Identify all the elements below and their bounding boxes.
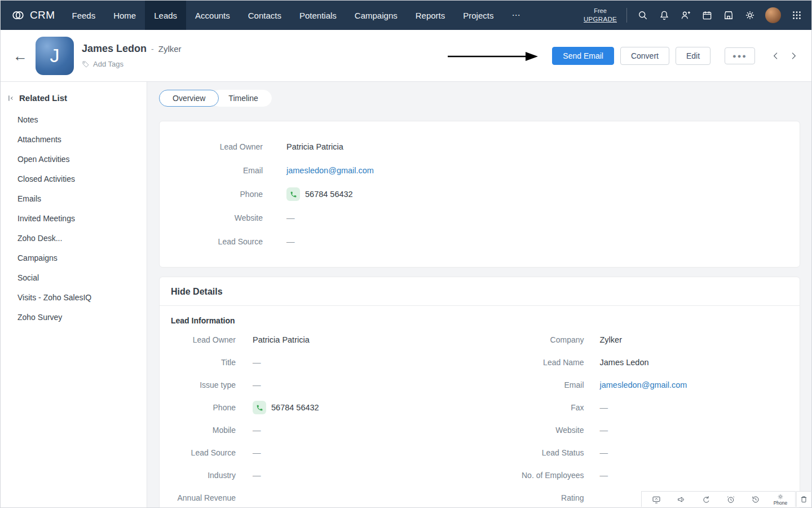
phone-number: 56784 56432 (305, 190, 353, 199)
redo-icon[interactable] (694, 492, 718, 507)
field-row-lead-source: Lead Source— (160, 230, 800, 253)
lead-information-right-column: CompanyZylkerLead NameJames LedonEmailja… (480, 329, 800, 507)
nav-item-contacts[interactable]: Contacts (239, 1, 290, 30)
nav-item-accounts[interactable]: Accounts (186, 1, 239, 30)
utility-toolbar: Phone (641, 491, 796, 507)
phone-settings-icon[interactable]: Phone (768, 492, 793, 507)
trash-icon[interactable] (796, 491, 811, 507)
alarm-reminder-icon[interactable] (718, 492, 743, 507)
previous-record-chevron[interactable] (770, 50, 782, 62)
zoho-crm-logo-icon[interactable] (11, 1, 25, 30)
send-email-button[interactable]: Send Email (552, 47, 614, 65)
nav-item-more[interactable]: ⋯ (502, 1, 529, 30)
screen-share-icon[interactable] (644, 492, 669, 507)
announcement-megaphone-icon[interactable] (669, 492, 694, 507)
field-value[interactable]: jamesledon@gmail.com (286, 166, 374, 175)
phone-icon (286, 187, 300, 201)
view-tabs: OverviewTimeline (159, 90, 800, 107)
brand-title: CRM (30, 1, 55, 30)
next-record-chevron[interactable] (788, 50, 799, 62)
related-list-header: Related List (7, 93, 141, 103)
top-navigation-bar: CRM FeedsHomeLeadsAccountsContactsPotent… (1, 1, 811, 30)
lead-information-title: Lead Information (160, 306, 800, 329)
field-label: Title (160, 358, 236, 367)
tab-timeline[interactable]: Timeline (211, 90, 271, 107)
nav-item-reports[interactable]: Reports (407, 1, 454, 30)
field-row-company: CompanyZylker (480, 329, 800, 351)
sidebar-item-invited-meetings[interactable]: Invited Meetings (17, 208, 141, 228)
field-value: — (600, 426, 608, 435)
nav-item-leads[interactable]: Leads (145, 1, 186, 30)
sidebar-item-visits-zoho-salesiq[interactable]: Visits - Zoho SalesIQ (17, 287, 141, 307)
sidebar-item-zoho-desk[interactable]: Zoho Desk... (17, 228, 141, 248)
sidebar-item-campaigns[interactable]: Campaigns (17, 248, 141, 268)
topbar-right: Free UPGRADE (584, 1, 811, 30)
field-value[interactable]: 56784 56432 (286, 187, 353, 201)
nav-item-projects[interactable]: Projects (454, 1, 502, 30)
sidebar-item-open-activities[interactable]: Open Activities (17, 149, 141, 169)
lead-name: James Ledon (82, 43, 147, 55)
lead-information-grid: Lead OwnerPatricia PatriciaTitle—Issue t… (160, 329, 800, 507)
search-icon[interactable] (637, 10, 648, 21)
field-value: — (253, 380, 261, 389)
marketplace-icon[interactable] (722, 10, 734, 21)
field-row-title: Title— (160, 351, 480, 374)
field-value: — (286, 237, 295, 246)
lead-detail-main: OverviewTimeline Lead OwnerPatricia Patr… (147, 82, 811, 507)
add-user-icon[interactable] (679, 10, 691, 21)
sidebar-item-zoho-survey[interactable]: Zoho Survey (17, 307, 141, 327)
related-list-items: NotesAttachmentsOpen ActivitiesClosed Ac… (17, 110, 141, 327)
field-value: — (286, 213, 295, 222)
settings-gear-icon[interactable] (744, 10, 756, 21)
field-value[interactable]: 56784 56432 (253, 401, 319, 414)
collapse-panel-icon[interactable] (7, 94, 15, 102)
lead-company: Zylker (158, 44, 182, 54)
add-tags-button[interactable]: Add Tags (82, 60, 182, 68)
nav-item-home[interactable]: Home (104, 1, 145, 30)
zoho-crm-window: CRM FeedsHomeLeadsAccountsContactsPotent… (0, 0, 812, 508)
nav-item-campaigns[interactable]: Campaigns (346, 1, 407, 30)
edit-button[interactable]: Edit (676, 47, 710, 65)
field-label: Lead Name (480, 358, 584, 367)
field-value: — (253, 426, 261, 435)
sidebar-item-attachments[interactable]: Attachments (17, 129, 141, 149)
sidebar-item-notes[interactable]: Notes (17, 110, 141, 129)
plan-free-label: Free (594, 7, 607, 14)
field-label: Lead Source (160, 448, 236, 457)
hide-details-toggle[interactable]: Hide Details (160, 277, 234, 305)
lead-details-card: Hide Details Lead Information Lead Owner… (159, 277, 800, 507)
apps-grid-icon[interactable] (791, 10, 802, 21)
field-value: James Ledon (600, 358, 649, 367)
field-label: Mobile (160, 426, 236, 435)
sidebar-item-closed-activities[interactable]: Closed Activities (17, 169, 141, 189)
field-label: Phone (160, 190, 263, 199)
sidebar-item-emails[interactable]: Emails (17, 189, 141, 208)
topbar-left: CRM FeedsHomeLeadsAccountsContactsPotent… (1, 1, 529, 30)
convert-button[interactable]: Convert (620, 47, 669, 65)
annotation-arrow (448, 51, 539, 62)
nav-item-feeds[interactable]: Feeds (63, 1, 104, 30)
phone-icon (253, 401, 266, 414)
tab-overview[interactable]: Overview (159, 90, 219, 107)
related-list-title: Related List (19, 93, 67, 103)
field-row-website: Website— (160, 206, 800, 230)
back-arrow-button[interactable]: ← (13, 49, 28, 63)
field-value[interactable]: jamesledon@gmail.com (600, 380, 687, 389)
history-icon[interactable] (743, 492, 768, 507)
nav-item-potentials[interactable]: Potentials (290, 1, 346, 30)
field-value: — (600, 403, 608, 412)
field-label: Phone (160, 403, 236, 412)
field-label: Email (480, 380, 584, 389)
calendar-icon[interactable] (701, 10, 713, 21)
field-label: Fax (480, 403, 584, 412)
user-avatar[interactable] (765, 7, 781, 23)
more-actions-button[interactable]: ●●● (725, 47, 755, 64)
notifications-bell-icon[interactable] (658, 10, 670, 21)
field-label: Lead Source (160, 237, 263, 246)
field-row-lead-name: Lead NameJames Ledon (480, 351, 800, 374)
field-row-lead-status: Lead Status— (480, 441, 800, 464)
primary-nav: FeedsHomeLeadsAccountsContactsPotentials… (63, 1, 529, 30)
sidebar-item-social[interactable]: Social (17, 268, 141, 287)
tag-icon (82, 60, 90, 68)
upgrade-link[interactable]: Free UPGRADE (584, 7, 617, 23)
